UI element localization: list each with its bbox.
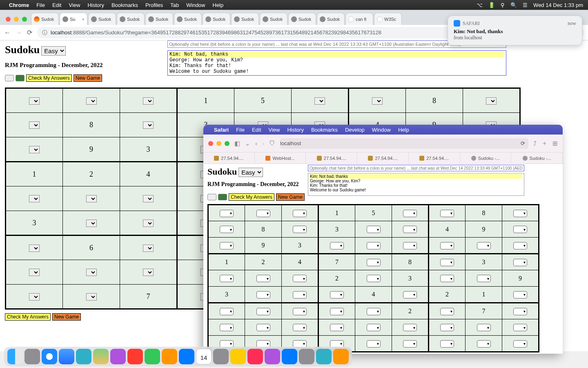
cell-select[interactable]: ▾ [293,291,307,298]
new-game-button[interactable]: New Game [276,193,305,201]
finder-icon[interactable] [7,349,23,364]
sudoku-cell[interactable] [63,260,120,285]
notes-icon[interactable] [230,349,246,364]
cell-select[interactable]: ▾ [440,210,454,217]
browser-tab[interactable]: Sudok [117,13,145,25]
cell-select[interactable]: ▾ [330,242,344,249]
cell-select[interactable]: ▾ [513,210,527,217]
browser-tab[interactable]: Su× [60,13,87,25]
siri-icon[interactable] [316,349,332,364]
sudoku-cell[interactable] [63,186,120,211]
safari-tab[interactable]: WebHost... [255,153,306,164]
cell-select[interactable]: ▾ [220,242,234,249]
cell-select[interactable]: ▾ [367,340,381,348]
cell-select[interactable]: ▾ [367,324,381,331]
cell-select[interactable]: ▾ [220,324,234,331]
photos-icon[interactable] [110,349,126,364]
cell-select[interactable]: ▾ [220,275,234,282]
launchpad-icon[interactable] [24,349,40,364]
sudoku-cell[interactable]: ▾ [355,336,392,352]
cell-select[interactable] [314,97,325,105]
close-window-icon[interactable] [6,17,11,22]
cell-select[interactable]: ▾ [256,275,270,282]
appstore-icon[interactable] [179,349,194,364]
mode-toggle-a[interactable] [5,75,14,81]
cell-select[interactable]: ▾ [367,275,381,282]
sudoku-cell[interactable]: ▾ [245,270,282,287]
sudoku-cell[interactable]: ▾ [355,238,392,254]
menu-edit[interactable]: Edit [52,2,61,8]
menu-file[interactable]: File [36,2,45,8]
cell-select[interactable]: ▾ [220,308,234,315]
cell-select[interactable]: ▾ [513,340,527,348]
menu-help[interactable]: Help [398,127,409,133]
difficulty-select[interactable]: Easy [238,168,263,177]
sudoku-cell[interactable]: ▾ [466,336,502,352]
menu-profiles[interactable]: Profiles [145,2,163,8]
sudoku-cell[interactable] [120,211,177,236]
cell-select[interactable]: ▾ [367,259,381,266]
sudoku-cell[interactable]: ▾ [245,303,282,319]
contacts-icon[interactable] [213,349,229,364]
podcasts-icon[interactable] [265,349,280,364]
cell-select[interactable]: ▾ [293,275,307,282]
site-info-icon[interactable]: ⓘ [42,29,47,36]
cell-select[interactable] [143,220,154,227]
cell-select[interactable]: ▾ [220,226,234,233]
music-icon[interactable] [247,349,263,364]
cell-select[interactable]: ▾ [367,242,381,249]
cell-select[interactable]: ▾ [220,210,234,217]
check-answers-button[interactable]: Check My Answers [5,313,51,321]
cell-select[interactable]: ▾ [403,340,417,348]
menu-history[interactable]: History [87,2,104,8]
new-game-button[interactable]: New Game [52,313,81,321]
sudoku-cell[interactable] [349,88,406,113]
sudoku-cell[interactable]: ▾ [466,319,502,336]
tv-icon[interactable] [299,349,314,364]
browser-tab[interactable]: Sudok [231,13,259,25]
cell-select[interactable]: ▾ [330,324,344,331]
cell-select[interactable]: ▾ [440,308,454,315]
sudoku-cell[interactable] [6,260,63,285]
notification-banner[interactable]: SAFARI now Kim: Not bad, thanks from loc… [448,16,582,45]
sudoku-cell[interactable]: ▾ [429,238,466,254]
sudoku-cell[interactable]: ▾ [208,205,245,221]
cell-select[interactable]: ▾ [440,324,454,331]
sudoku-cell[interactable] [6,137,63,162]
sudoku-cell[interactable]: ▾ [282,303,318,319]
control-center-icon[interactable]: ☰ [523,2,528,8]
sudoku-cell[interactable] [6,236,63,260]
sudoku-cell[interactable]: ▾ [282,287,318,303]
sudoku-cell[interactable] [63,285,120,309]
sudoku-cell[interactable]: ▾ [282,221,318,238]
close-tab-icon[interactable]: × [82,17,85,22]
cell-select[interactable] [29,195,40,202]
cell-select[interactable] [29,245,40,252]
cell-select[interactable]: ▾ [403,210,417,217]
cell-select[interactable] [86,97,97,105]
sudoku-cell[interactable]: ▾ [282,205,318,221]
cell-select[interactable]: ▾ [440,259,454,266]
cell-select[interactable]: ▾ [256,210,270,217]
sudoku-cell[interactable]: ▾ [429,205,466,221]
share-icon[interactable]: ⤴ [533,140,537,147]
check-answers-button[interactable]: Check My Answers [229,193,274,201]
sudoku-cell[interactable]: ▾ [392,205,429,221]
sudoku-cell[interactable]: ▾ [355,270,392,287]
sudoku-cell[interactable]: ▾ [392,336,429,352]
sudoku-cell[interactable]: ▾ [429,303,466,319]
sudoku-cell[interactable] [6,285,63,309]
opera-icon[interactable] [127,349,143,364]
messages-icon[interactable] [76,349,91,364]
chat-input[interactable] [308,165,524,171]
sudoku-cell[interactable] [120,236,177,260]
cell-select[interactable]: ▾ [293,308,307,315]
sudoku-cell[interactable]: ▾ [466,270,502,287]
browser-tab[interactable]: Sudok [260,13,287,25]
chevron-down-icon[interactable]: ⌄ [245,140,250,147]
sudoku-cell[interactable] [63,88,120,113]
sudoku-cell[interactable]: ▾ [502,303,539,319]
sudoku-cell[interactable] [120,88,177,113]
menu-window[interactable]: Window [186,2,205,8]
new-game-button[interactable]: New Game [74,74,102,82]
